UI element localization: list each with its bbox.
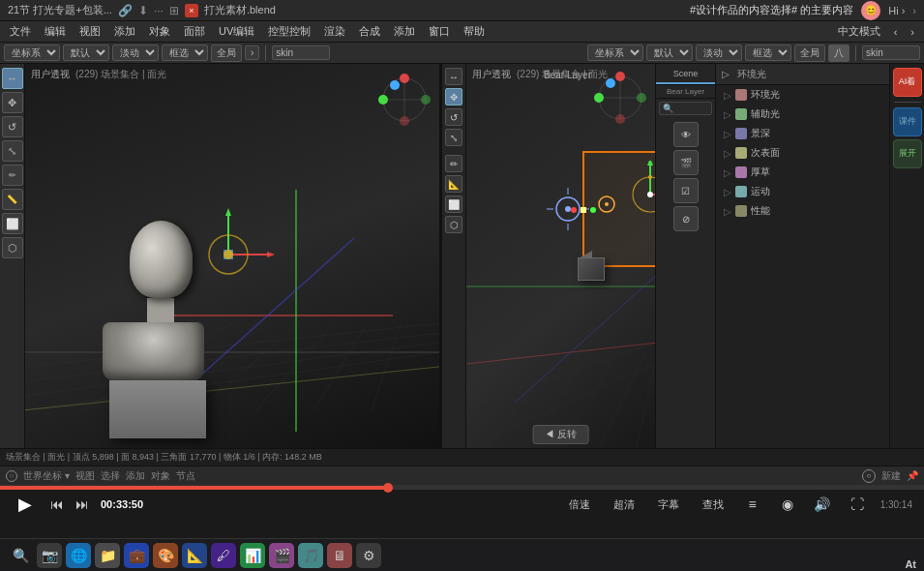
subtitle-btn[interactable]: 字幕 (652, 496, 685, 514)
fullscreen-btn[interactable]: ⛶ (846, 493, 869, 516)
taskbar-icon-11[interactable]: 🖥 (327, 543, 352, 568)
taskbar-icon-6[interactable]: 📐 (182, 543, 207, 568)
node-menu[interactable]: 节点 (176, 469, 195, 483)
coord-system-select2[interactable]: 坐标系 (587, 45, 643, 61)
reverse-button[interactable]: ◀ 反转 (532, 425, 589, 444)
mid-tool-4[interactable]: ⤡ (445, 129, 462, 146)
selection-select2[interactable]: 框选 (745, 45, 791, 61)
taskbar-icon-5[interactable]: 🎨 (153, 543, 178, 568)
circle-icon-btn[interactable]: ◉ (776, 493, 799, 516)
skin-search[interactable] (272, 45, 330, 60)
search-btn[interactable]: 查找 (697, 496, 730, 514)
prev-button[interactable]: ⏮ (50, 496, 64, 512)
mid-tool-8[interactable]: ⬡ (445, 216, 462, 233)
more-icon[interactable]: ··· (154, 4, 164, 17)
mid-tool-5[interactable]: ✏ (445, 155, 462, 172)
mid-tool-2[interactable]: ✥ (445, 88, 462, 105)
outliner-item-4[interactable]: ▷ 厚草 (716, 163, 889, 182)
menu-help[interactable]: 帮助 (458, 22, 491, 41)
speed-btn[interactable]: 倍速 (563, 496, 596, 514)
new-btn[interactable]: 新建 (881, 469, 901, 483)
transform-select[interactable]: 淡动 (112, 45, 159, 61)
taskbar-icon-12[interactable]: ⚙ (356, 543, 381, 568)
menu-uv[interactable]: UV编辑 (213, 22, 260, 41)
outliner-item-3[interactable]: ▷ 次表面 (716, 143, 889, 163)
outliner-item-1[interactable]: ▷ 辅助光 (716, 105, 889, 124)
taskbar-icon-1[interactable]: 📷 (37, 543, 62, 568)
tool-rotate[interactable]: ↺ (2, 116, 23, 137)
quality-btn[interactable]: 超清 (608, 496, 641, 514)
selection-select[interactable]: 框选 (162, 45, 208, 61)
menu-view[interactable]: 视图 (74, 22, 106, 41)
vol-icon-btn[interactable]: 🔊 (811, 493, 834, 516)
menu-file[interactable]: 文件 (4, 22, 37, 41)
window-icon[interactable]: ⊞ (169, 4, 179, 17)
tool-annotate[interactable]: ✏ (2, 165, 23, 186)
viewport-left[interactable]: 用户透视 (229) 场景集合 | 面光 (25, 64, 441, 448)
more-btn[interactable]: › (245, 45, 259, 60)
view-menu[interactable]: 视图 (75, 469, 95, 483)
menu-window[interactable]: 窗口 (423, 22, 456, 41)
render-icon-btn[interactable]: 🎬 (673, 150, 699, 175)
mid-tool-3[interactable]: ↺ (445, 108, 462, 126)
viewport-right[interactable]: 用户透视 (229) 场景集合 | 面光 Bear Layer (466, 64, 655, 448)
tool-measure[interactable]: 📏 (2, 189, 23, 210)
menu-add[interactable]: 添加 (108, 22, 141, 41)
ai-btn-expand[interactable]: 展开 (893, 139, 922, 168)
menu-composite[interactable]: 合成 (353, 22, 386, 41)
add-menu[interactable]: 添加 (126, 469, 145, 483)
skin-search2[interactable] (862, 45, 920, 60)
outliner-item-2[interactable]: ▷ 景深 (716, 124, 889, 143)
outliner-item-5[interactable]: ▷ 运动 (716, 182, 889, 201)
tool-move[interactable]: ✥ (2, 92, 23, 113)
pin-icon[interactable]: 📌 (907, 470, 918, 481)
mid-tool-6[interactable]: 📐 (445, 175, 462, 193)
global-btn[interactable]: 全局 (211, 45, 242, 62)
taskbar-icon-8[interactable]: 📊 (240, 543, 265, 568)
menu-edit[interactable]: 编辑 (39, 22, 72, 41)
taskbar-icon-10[interactable]: 🎵 (298, 543, 323, 568)
mid-tool-7[interactable]: ⬜ (445, 195, 462, 213)
taskbar-icon-7[interactable]: 🖋 (211, 543, 236, 568)
tab-scene[interactable]: Scene (656, 64, 715, 84)
mid-tool-1[interactable]: ↔ (445, 68, 462, 85)
close-button[interactable]: × (185, 4, 198, 17)
select-icon-btn[interactable]: ☑ (673, 178, 699, 203)
tool-select[interactable]: ↔ (2, 68, 23, 89)
menu-object[interactable]: 对象 (143, 22, 176, 41)
taskbar-icon-2[interactable]: 🌐 (66, 543, 91, 568)
layer-select[interactable]: 默认 (63, 45, 109, 61)
outliner-item-0[interactable]: ▷ 环境光 (716, 85, 889, 105)
outliner-item-6[interactable]: ▷ 性能 (716, 201, 889, 221)
taskbar-icon-9[interactable]: 🎬 (269, 543, 294, 568)
orbit-icon[interactable]: ○ (6, 470, 17, 482)
menu-chinese-mode[interactable]: 中文模式 (832, 22, 886, 41)
coord-system-select[interactable]: 坐标系 (4, 45, 60, 61)
ai-btn-active[interactable]: AI着 (893, 68, 922, 97)
menu-next[interactable]: › (905, 24, 920, 40)
hi-label[interactable]: Hi › (888, 5, 905, 16)
global-btn2[interactable]: 全局 (794, 45, 825, 62)
eye-icon-btn[interactable]: 👁 (673, 122, 699, 147)
panel-search-input[interactable] (659, 102, 712, 115)
world-grid-label[interactable]: 世界坐标 ▾ (23, 469, 70, 483)
select-menu[interactable]: 选择 (101, 469, 120, 483)
layer-select2[interactable]: 默认 (646, 45, 693, 61)
next-button[interactable]: ⏭ (75, 496, 89, 512)
download-icon[interactable]: ⬇ (138, 4, 148, 17)
tool-circle[interactable]: ⬡ (2, 237, 23, 258)
hide-icon-btn[interactable]: ⊘ (673, 206, 699, 231)
list-icon-btn[interactable]: ≡ (741, 493, 764, 516)
share-icon[interactable]: 🔗 (118, 4, 133, 17)
view-dot[interactable]: ○ (862, 469, 876, 483)
chevron-right[interactable]: › (912, 5, 916, 16)
menu-control[interactable]: 控型控制 (262, 22, 316, 41)
menu-add2[interactable]: 添加 (388, 22, 421, 41)
transform-select2[interactable]: 淡动 (696, 45, 742, 61)
progress-dot[interactable] (383, 483, 393, 493)
taskbar-icon-0[interactable]: 🔍 (8, 543, 33, 568)
tool-scale[interactable]: ⤡ (2, 140, 23, 162)
object-menu[interactable]: 对象 (151, 469, 170, 483)
menu-face[interactable]: 面部 (178, 22, 211, 41)
tool-box[interactable]: ⬜ (2, 213, 23, 234)
